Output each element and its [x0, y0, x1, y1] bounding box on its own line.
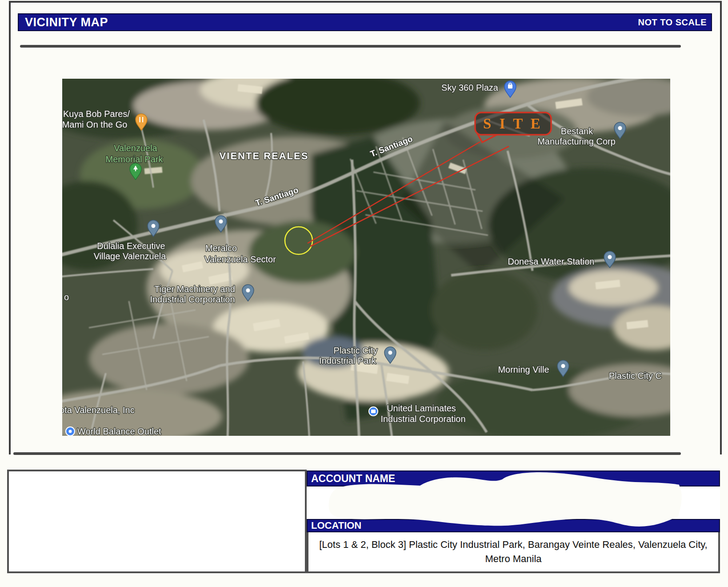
map-label-cutoff-o: o: [64, 292, 69, 302]
map-label-dulalia-1: Dulalia Executive: [97, 241, 165, 251]
site-callout: S I T E: [475, 113, 551, 135]
vicinity-map-document: VICINITY MAP NOT TO SCALE: [0, 0, 728, 587]
map-label-kuya-bob-2: Mami On the Go: [62, 120, 127, 129]
empty-info-box: [7, 470, 307, 573]
separator-top: [20, 45, 681, 48]
location-box: [Lots 1 & 2, Block 3] Plastic City Indus…: [307, 532, 720, 573]
map-label-bestank-1: Bestank: [561, 126, 593, 136]
map-label-memorial-2: Memorial Park: [106, 154, 164, 164]
map-label-memorial-1: Valenzuela: [114, 143, 157, 153]
map-label-tiger-2: Industrial Corporation: [150, 294, 235, 304]
account-name-header: ACCOUNT NAME: [311, 473, 395, 485]
map-label-morning-ville: Morning Ville: [498, 365, 549, 374]
satellite-map: Sky 360 Plaza Kuya Bob Pares/ Mami On th…: [62, 79, 670, 436]
info-column: ACCOUNT NAME LOCATION [Lots 1 & 2, Block…: [307, 470, 720, 573]
map-svg: Sky 360 Plaza Kuya Bob Pares/ Mami On th…: [62, 79, 670, 436]
map-label-sky-360-plaza: Sky 360 Plaza: [441, 83, 499, 92]
map-label-bestank-2: Manufacturing Corp: [537, 137, 616, 146]
map-label-plastic-city-1: Plastic City: [334, 346, 378, 355]
vicinity-map-title-bar: VICINITY MAP NOT TO SCALE: [18, 13, 712, 31]
separator-bottom: [13, 452, 681, 455]
location-header: LOCATION: [311, 520, 361, 531]
map-label-meralco-2: Valenzuela Sector: [204, 254, 276, 264]
map-label-donesa: Donesa Water Station: [508, 257, 595, 266]
map-label-united-laminates-1: United Laminates: [387, 403, 456, 413]
map-label-kuya-bob-1: Kuya Bob Pares/: [63, 109, 130, 119]
map-label-world-balance: World Balance Outlet: [77, 426, 161, 436]
site-label: S I T E: [483, 116, 543, 132]
map-label-plastic-city-2: Industrial Park: [319, 356, 376, 366]
map-label-tiger-1: Tiger Machinery and: [154, 284, 235, 294]
location-text: [Lots 1 & 2, Block 3] Plastic City Indus…: [308, 538, 718, 566]
location-header-bar: LOCATION: [307, 519, 720, 532]
map-label-plastic-city-right: Plastic City C: [609, 371, 662, 381]
map-label-viente-reales: VIENTE REALES: [220, 150, 309, 161]
map-label-meralco-1: Meralco: [205, 243, 237, 253]
map-label-toyota-valenzuela: ota Valenzuela, Inc: [62, 405, 135, 415]
map-label-dulalia-2: Village Valenzuela: [94, 251, 167, 261]
account-name-header-bar: ACCOUNT NAME: [307, 470, 720, 486]
not-to-scale-label: NOT TO SCALE: [638, 17, 711, 28]
map-label-united-laminates-2: Industrial Corporation: [380, 414, 465, 424]
page-title: VICINITY MAP: [19, 16, 108, 29]
